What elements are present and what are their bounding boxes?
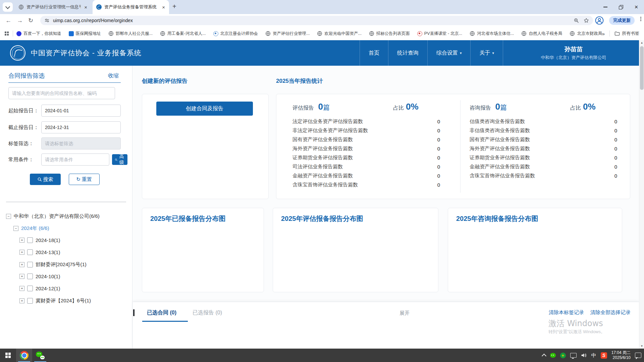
tree-item[interactable]: + 2024-13(1) bbox=[19, 249, 60, 255]
tab-close-icon[interactable]: × bbox=[161, 4, 166, 10]
tree-year-node[interactable]: − 2024年 (6/6) bbox=[13, 225, 49, 232]
tab-close-icon[interactable]: × bbox=[84, 4, 88, 10]
wechat-tray-icon[interactable] bbox=[550, 353, 556, 358]
bookmark-item[interactable]: 招标公告列表页面 bbox=[369, 31, 410, 37]
collapse-link[interactable]: 收缩 bbox=[108, 72, 119, 79]
tree-checkbox[interactable] bbox=[27, 249, 33, 255]
advanced-button[interactable]: 高级 bbox=[112, 154, 127, 165]
forward-button[interactable]: → bbox=[17, 17, 23, 24]
tree-checkbox[interactable] bbox=[27, 262, 33, 267]
scrollbar-thumb[interactable] bbox=[640, 46, 644, 90]
bookmark-item[interactable]: 医保网报地址 bbox=[69, 31, 101, 37]
contract-search-input[interactable] bbox=[8, 87, 115, 99]
tree-item[interactable]: + 邯财委评[2024]75号(1) bbox=[19, 261, 87, 268]
tree-item[interactable]: + 冀财委评【2024】6号(1) bbox=[19, 298, 91, 304]
bookmarks-overflow-icon[interactable]: » bbox=[602, 31, 605, 37]
condition-input[interactable] bbox=[41, 154, 109, 166]
profile-avatar-icon[interactable] bbox=[595, 16, 604, 25]
vertical-scrollbar[interactable]: ▲ ▼ bbox=[639, 40, 644, 349]
bookmark-item[interactable]: 自然人电子税务局 bbox=[521, 31, 562, 37]
search-button[interactable]: 搜索 bbox=[30, 174, 61, 185]
bookmark-item[interactable]: 北京注册会计师协会 bbox=[213, 31, 258, 37]
end-date-input[interactable] bbox=[41, 121, 121, 133]
address-bar[interactable]: uimp.cas.org.cn/report/Home/orgindex bbox=[40, 16, 593, 25]
start-button[interactable] bbox=[0, 349, 16, 362]
bookmark-item[interactable]: 用工备案-河北省人... bbox=[160, 31, 206, 37]
window-minimize-button[interactable] bbox=[598, 0, 613, 14]
bookmark-item[interactable]: 河北省市场主体信... bbox=[470, 31, 514, 37]
refresh-button[interactable]: ↻ bbox=[28, 17, 33, 24]
bookmark-item[interactable]: 百度一下，你就知道 bbox=[16, 31, 61, 37]
antivirus-tray-icon[interactable]: + bbox=[560, 353, 566, 358]
stat-row: 非估值类咨询业务报告篇数0 bbox=[470, 126, 624, 135]
globe-icon bbox=[265, 31, 271, 36]
browser-tab-active[interactable]: 资产评估业务报备管理系统 × bbox=[93, 0, 169, 14]
bookmark-item[interactable]: PV直播课堂 - 北京... bbox=[417, 31, 462, 37]
action-center-icon[interactable] bbox=[635, 353, 641, 358]
tree-checkbox[interactable] bbox=[27, 237, 33, 243]
tab-selected-contracts[interactable]: 已选合同 (0) bbox=[147, 309, 176, 316]
tree-collapse-icon[interactable]: − bbox=[6, 214, 11, 219]
site-settings-icon[interactable] bbox=[44, 18, 50, 23]
taskbar-wechat-button[interactable] bbox=[32, 349, 48, 362]
bookmark-item[interactable]: 资产评估行业管理... bbox=[265, 31, 310, 37]
all-bookmarks-button[interactable]: 所有书签 bbox=[614, 31, 639, 37]
tray-expand-icon[interactable] bbox=[542, 353, 546, 358]
tree-checkbox[interactable] bbox=[27, 298, 33, 304]
bookmark-item[interactable]: 北京市财政局 bbox=[570, 31, 602, 37]
stat-row: 国有资产评估业务报告篇数0 bbox=[470, 135, 624, 144]
tree-collapse-icon[interactable]: − bbox=[13, 226, 18, 231]
nav-home[interactable]: 首页 bbox=[360, 40, 388, 66]
user-info[interactable]: 孙苗苗 中和华（北京）资产评估有限公司 bbox=[503, 40, 644, 66]
bookmark-item[interactable]: 欢迎光临中国资产... bbox=[317, 31, 361, 37]
tree-item[interactable]: + 2024-10(1) bbox=[19, 274, 60, 279]
window-close-button[interactable]: × bbox=[629, 0, 644, 14]
tree-item[interactable]: + 2024-18(1) bbox=[19, 237, 60, 243]
scroll-up-icon[interactable]: ▲ bbox=[639, 40, 644, 45]
create-contract-report-button[interactable]: 创建合同及报告 bbox=[156, 102, 253, 116]
bookmark-star-icon[interactable] bbox=[584, 18, 589, 23]
reset-button[interactable]: ↻ 重置 bbox=[69, 174, 100, 185]
taskbar-chrome-button[interactable] bbox=[16, 349, 32, 362]
scroll-down-icon[interactable]: ▼ bbox=[639, 344, 644, 349]
tree-expand-icon[interactable]: + bbox=[19, 250, 24, 255]
globe-icon bbox=[470, 31, 475, 36]
network-icon[interactable] bbox=[570, 353, 577, 358]
back-button[interactable]: ← bbox=[5, 17, 11, 24]
browser-menu-icon[interactable] bbox=[640, 17, 641, 21]
apps-grid-icon[interactable] bbox=[5, 32, 9, 36]
nav-settings[interactable]: 综合设置▾ bbox=[427, 40, 471, 66]
tree-checkbox[interactable] bbox=[27, 274, 33, 279]
url-text[interactable]: uimp.cas.org.cn/report/Home/orgindex bbox=[53, 18, 574, 23]
tree-expand-icon[interactable]: + bbox=[19, 298, 24, 303]
tab-search-button[interactable] bbox=[3, 2, 13, 12]
tree-expand-icon[interactable]: + bbox=[19, 238, 24, 243]
tree-root-node[interactable]: − 中和华（北京）资产评估有限公司(6/6) bbox=[6, 213, 100, 220]
tree-item[interactable]: + 2024-12(1) bbox=[19, 286, 60, 291]
taskbar-clock[interactable]: 17:04 周二 2025/6/10 bbox=[611, 350, 631, 360]
zoom-icon[interactable] bbox=[574, 18, 579, 23]
browser-tab-inactive[interactable]: 资产评估行业管理统一信息平台 × bbox=[15, 0, 91, 14]
app-header: 中国资产评估协会 - 业务报备系统 首页 统计查询 综合设置▾ 关于▾ 孙苗苗 … bbox=[0, 40, 644, 66]
window-restore-button[interactable] bbox=[613, 0, 629, 14]
tree-expand-icon[interactable]: + bbox=[19, 262, 24, 267]
chrome-update-button[interactable]: 完成更新 bbox=[609, 16, 635, 25]
nav-about[interactable]: 关于▾ bbox=[470, 40, 503, 66]
clear-tab-records-link[interactable]: 清除本标签记录 bbox=[549, 309, 584, 316]
tag-filter-input[interactable] bbox=[41, 137, 121, 149]
clear-all-records-link[interactable]: 清除全部选择记录 bbox=[590, 309, 631, 316]
ime-indicator[interactable]: 中 bbox=[591, 352, 596, 359]
tree-checkbox[interactable] bbox=[27, 286, 33, 291]
drag-handle[interactable] bbox=[133, 309, 135, 316]
tree-expand-icon[interactable]: + bbox=[19, 286, 24, 291]
folder-icon bbox=[614, 31, 620, 36]
new-tab-button[interactable]: + bbox=[172, 3, 176, 10]
bookmark-item[interactable]: 邯郸市人社公共服... bbox=[108, 31, 153, 37]
start-date-input[interactable] bbox=[41, 105, 121, 117]
expand-link[interactable]: 展开 bbox=[399, 310, 410, 316]
nav-statistics[interactable]: 统计查询 bbox=[388, 40, 427, 66]
sogou-input-icon[interactable]: S bbox=[601, 352, 607, 359]
volume-icon[interactable] bbox=[581, 353, 587, 358]
tree-expand-icon[interactable]: + bbox=[19, 274, 24, 279]
tab-selected-reports[interactable]: 已选报告 (0) bbox=[193, 309, 222, 316]
